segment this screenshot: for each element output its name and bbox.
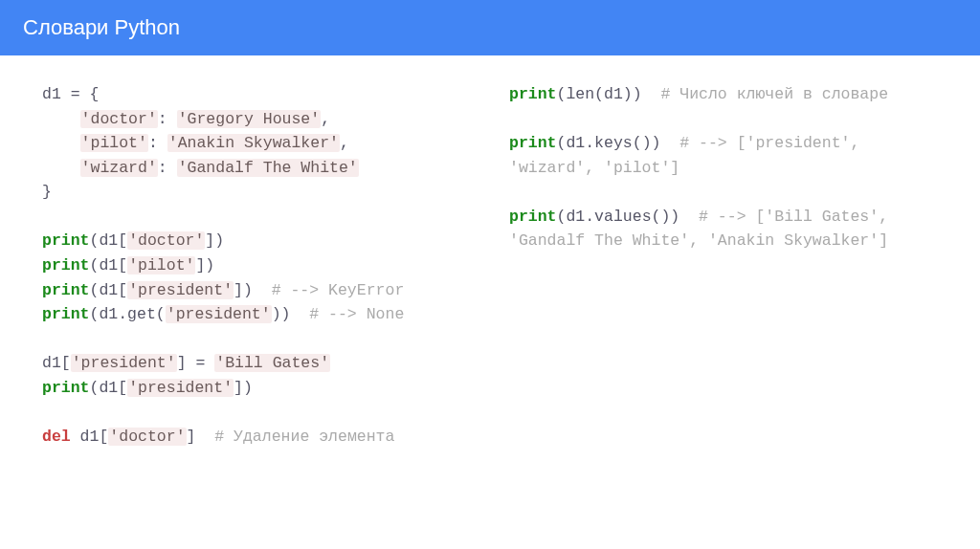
- code-text: (d1[: [90, 281, 128, 299]
- code-indent: [42, 134, 80, 152]
- right-column: print(len(d1)) # Число ключей в словаре …: [509, 82, 938, 449]
- string-literal: 'Gandalf The White': [177, 159, 359, 177]
- keyword-del: del: [42, 428, 71, 446]
- string-literal: 'doctor': [80, 110, 158, 128]
- code-block-right: print(len(d1)) # Число ключей в словаре …: [509, 82, 938, 253]
- string-literal: 'president': [166, 305, 272, 323]
- code-text: ]): [234, 281, 272, 299]
- code-text: (d1.values()): [557, 208, 700, 226]
- string-literal: 'pilot': [127, 256, 195, 274]
- string-literal: 'pilot': [80, 134, 148, 152]
- slide-content: d1 = { 'doctor': 'Gregory House', 'pilot…: [0, 55, 980, 475]
- string-literal: 'president': [127, 281, 234, 299]
- code-block-left: d1 = { 'doctor': 'Gregory House', 'pilot…: [42, 82, 471, 449]
- code-indent: [42, 159, 80, 177]
- code-text: ,: [321, 110, 330, 128]
- code-text: d1[: [71, 428, 109, 446]
- comment: # Удаление элемента: [214, 428, 394, 446]
- code-text: d1[: [42, 354, 71, 372]
- keyword-print: print: [42, 281, 90, 299]
- code-text: ]: [187, 428, 215, 446]
- code-text: (d1.keys()): [557, 134, 680, 152]
- code-text: )): [272, 305, 310, 323]
- code-text: ] =: [177, 354, 215, 372]
- code-text: (d1[: [90, 379, 128, 397]
- keyword-print: print: [509, 134, 557, 152]
- code-text: (d1[: [90, 256, 128, 274]
- slide-header: Словари Python: [0, 0, 980, 55]
- code-text: (d1[: [90, 231, 128, 250]
- keyword-print: print: [509, 85, 557, 103]
- code-text: ]): [234, 379, 253, 397]
- comment: # --> KeyError: [272, 281, 405, 299]
- string-literal: 'president': [127, 379, 234, 397]
- code-line: d1 = {: [42, 85, 99, 103]
- keyword-print: print: [509, 208, 557, 226]
- string-literal: 'doctor': [108, 428, 186, 446]
- keyword-print: print: [42, 379, 90, 397]
- keyword-print: print: [42, 231, 90, 250]
- code-text: (d1.get(: [90, 305, 166, 323]
- code-text: ]): [205, 231, 224, 250]
- code-text: ,: [340, 134, 349, 152]
- code-text: ]): [195, 256, 214, 274]
- string-literal: 'wizard': [80, 159, 158, 177]
- slide-title: Словари Python: [23, 15, 180, 39]
- string-literal: 'Anakin Skywalker': [167, 134, 340, 152]
- code-text: :: [158, 159, 177, 177]
- comment: # --> None: [309, 305, 404, 323]
- comment: # Число ключей в словаре: [660, 85, 888, 103]
- keyword-print: print: [42, 256, 90, 274]
- code-text: :: [148, 134, 167, 152]
- code-indent: [42, 110, 80, 128]
- string-literal: 'Bill Gates': [214, 354, 330, 372]
- code-text: (len(d1)): [557, 85, 661, 103]
- code-text: :: [158, 110, 177, 128]
- string-literal: 'Gregory House': [177, 110, 322, 128]
- left-column: d1 = { 'doctor': 'Gregory House', 'pilot…: [42, 82, 471, 449]
- keyword-print: print: [42, 305, 90, 323]
- string-literal: 'doctor': [127, 231, 205, 250]
- code-line: }: [42, 183, 52, 201]
- string-literal: 'president': [71, 354, 177, 372]
